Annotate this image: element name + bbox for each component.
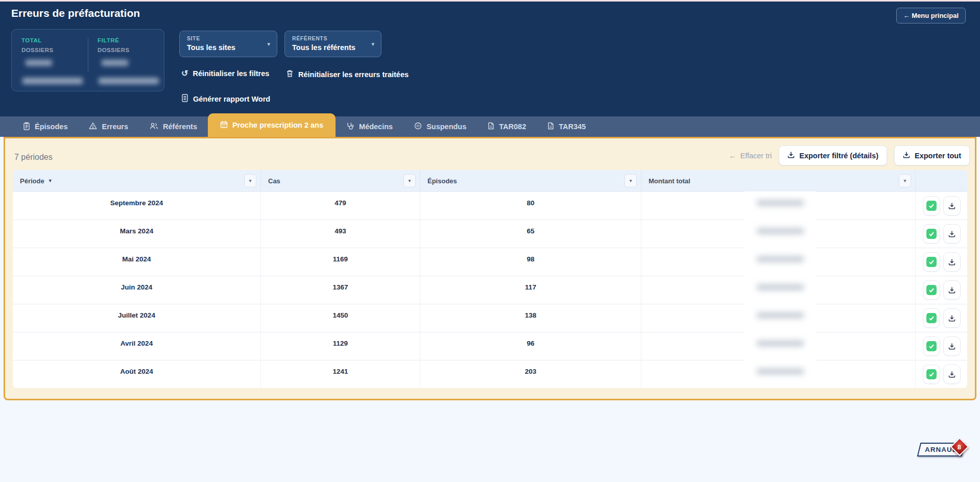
- column-label: Cas: [268, 177, 280, 185]
- site-select-value: Tous les sites: [187, 43, 270, 52]
- mark-treated-button[interactable]: [923, 365, 940, 384]
- tab-referents[interactable]: Référents: [139, 116, 208, 137]
- mark-treated-button[interactable]: [923, 196, 940, 215]
- column-header-cas[interactable]: Cas ▾: [261, 170, 420, 191]
- mark-treated-button[interactable]: [923, 224, 940, 244]
- cell-episodes: 98: [420, 248, 641, 276]
- check-icon: [926, 201, 937, 211]
- download-icon: [948, 286, 955, 294]
- download-row-button[interactable]: [943, 336, 961, 356]
- tab-medecins[interactable]: Médecins: [336, 116, 403, 137]
- mark-treated-button[interactable]: [923, 280, 940, 300]
- tab-erreurs[interactable]: Erreurs: [78, 116, 139, 137]
- app-header: Erreurs de préfacturation ← Menu princip…: [0, 2, 980, 116]
- mark-treated-button[interactable]: [923, 308, 940, 328]
- cell-cas: 493: [261, 220, 420, 248]
- column-header-montant[interactable]: Montant total ▾: [641, 170, 916, 191]
- tab-bar: Épisodes Erreurs Référents Proche prescr…: [0, 116, 980, 137]
- montant-value-redacted: [757, 256, 804, 262]
- download-row-button[interactable]: [943, 224, 961, 244]
- back-arrow-icon: ←: [729, 152, 736, 160]
- montant-value-redacted: [757, 228, 804, 234]
- referents-select[interactable]: RÉFÉRENTS Tous les référents ▾: [284, 31, 381, 57]
- panel-header: 7 périodes ← Effacer tri Exporter filtré…: [5, 138, 975, 169]
- generate-word-report-button[interactable]: Générer rapport Word: [181, 94, 270, 104]
- table-header-row: Période ▼ ▾ Cas ▾ Épisodes ▾ Montant tot…: [13, 170, 967, 191]
- download-icon: [903, 151, 910, 160]
- download-row-button[interactable]: [943, 196, 961, 215]
- tab-label: TAR345: [559, 123, 586, 131]
- tab-episodes[interactable]: Épisodes: [12, 116, 78, 137]
- tab-suspendus[interactable]: Suspendus: [403, 116, 477, 137]
- trash-icon: [286, 69, 294, 79]
- site-select[interactable]: SITE Tous les sites ▾: [179, 31, 277, 57]
- download-icon: [948, 202, 955, 209]
- cell-actions: [916, 276, 967, 304]
- table-row: Avril 2024 1129 96: [13, 332, 967, 360]
- tab-proche-prescription-2-ans[interactable]: Proche prescription 2 ans: [208, 113, 336, 137]
- column-filter-dropdown[interactable]: ▾: [244, 174, 256, 187]
- page-title: Erreurs de préfacturation: [11, 7, 140, 19]
- check-icon: [926, 229, 937, 239]
- tab-tar082[interactable]: TAR082: [477, 116, 537, 137]
- reset-filters-button[interactable]: ↺ Réinitialiser les filtres: [181, 69, 269, 78]
- cell-periode: Août 2024: [13, 360, 261, 388]
- cell-cas: 1367: [261, 276, 420, 304]
- column-filter-dropdown[interactable]: ▾: [899, 174, 911, 187]
- cell-actions: [916, 332, 967, 360]
- cell-episodes: 138: [420, 304, 641, 332]
- mark-treated-button[interactable]: [923, 252, 940, 272]
- stats-filtered-count-redacted: [102, 60, 128, 66]
- mark-treated-button[interactable]: [923, 336, 940, 356]
- document-icon: [181, 94, 188, 104]
- stats-total-label: TOTAL: [21, 37, 88, 43]
- column-label: Épisodes: [427, 177, 457, 185]
- main-menu-button[interactable]: ← Menu principal: [896, 8, 966, 23]
- export-filtered-label: Exporter filtré (détails): [799, 152, 878, 160]
- column-header-periode[interactable]: Période ▼ ▾: [13, 170, 261, 191]
- stats-total-sublabel: DOSSIERS: [21, 47, 88, 53]
- column-filter-dropdown[interactable]: ▾: [625, 174, 637, 187]
- periods-panel: 7 périodes ← Effacer tri Exporter filtré…: [4, 137, 976, 400]
- clear-sort-button[interactable]: ← Effacer tri: [729, 152, 772, 160]
- reset-treated-errors-button[interactable]: Réinitialiser les erreurs traitées: [286, 69, 409, 79]
- caret-down-icon: ▾: [249, 178, 252, 183]
- caret-down-icon: ▾: [630, 178, 632, 183]
- table-row: Mars 2024 493 65: [13, 220, 967, 248]
- montant-value-redacted: [757, 368, 804, 375]
- cell-actions: [916, 304, 967, 332]
- cell-cas: 1450: [261, 304, 420, 332]
- download-row-button[interactable]: [943, 252, 961, 272]
- download-row-button[interactable]: [943, 280, 961, 300]
- column-label: Période: [20, 177, 44, 185]
- cell-episodes: 80: [420, 192, 641, 220]
- download-icon: [787, 151, 795, 160]
- file-icon: [547, 122, 554, 131]
- stats-filtered-sublabel: DOSSIERS: [98, 47, 164, 53]
- column-filter-dropdown[interactable]: ▾: [403, 174, 416, 187]
- export-filtered-button[interactable]: Exporter filtré (détails): [779, 146, 887, 165]
- download-row-button[interactable]: [943, 365, 961, 384]
- cell-cas: 1169: [261, 248, 420, 276]
- chevron-down-icon: ▾: [267, 41, 270, 47]
- referents-select-value: Tous les référents: [292, 43, 374, 52]
- download-icon: [948, 230, 955, 237]
- download-row-button[interactable]: [943, 308, 961, 328]
- table-row: Juillet 2024 1450 138: [13, 304, 967, 332]
- stethoscope-icon: [346, 122, 354, 132]
- reset-icon: ↺: [181, 69, 188, 78]
- warning-icon: [89, 122, 97, 131]
- export-all-button[interactable]: Exporter tout: [894, 146, 970, 165]
- stats-filtered-amount-redacted: [99, 78, 159, 84]
- column-header-episodes[interactable]: Épisodes ▾: [420, 170, 641, 191]
- montant-redaction-band: [745, 191, 816, 388]
- tab-label: Médecins: [359, 123, 393, 131]
- reset-treated-errors-label: Réinitialiser les erreurs traitées: [298, 70, 409, 79]
- download-icon: [948, 258, 955, 266]
- check-icon: [926, 257, 937, 267]
- periods-count: 7 périodes: [14, 153, 53, 162]
- tab-tar345[interactable]: TAR345: [537, 116, 596, 137]
- referents-select-label: RÉFÉRENTS: [292, 35, 374, 41]
- cell-periode: Septembre 2024: [13, 192, 261, 220]
- cell-actions: [916, 360, 967, 388]
